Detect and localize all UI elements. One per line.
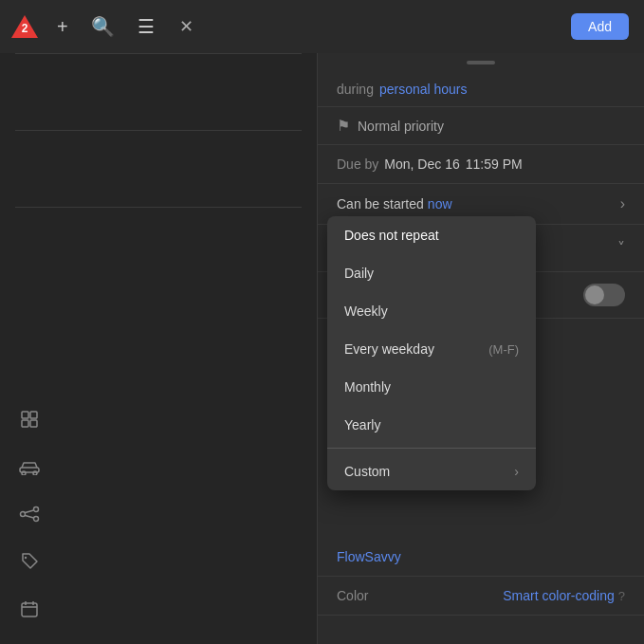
svg-rect-13	[22, 603, 37, 616]
add-button[interactable]: Add	[571, 13, 629, 40]
svg-rect-3	[30, 420, 37, 427]
sidebar-item-calendar[interactable]	[0, 585, 318, 633]
add-icon[interactable]: +	[53, 12, 72, 42]
svg-point-6	[33, 471, 37, 475]
repeat-dropdown: Does not repeat Daily Weekly Every weekd…	[327, 216, 536, 490]
due-row: Due by Mon, Dec 16 11:59 PM	[318, 145, 644, 184]
dropdown-item-daily[interactable]: Daily	[327, 254, 536, 292]
during-value[interactable]: personal hours	[379, 82, 468, 97]
close-icon[interactable]: ✕	[175, 12, 197, 41]
bottom-section: FlowSavvy Color Smart color-coding ?	[318, 538, 644, 616]
sidebar-item-share[interactable]	[0, 490, 318, 538]
chevron-right-icon: ›	[620, 195, 625, 212]
dropdown-label-does-not-repeat: Does not repeat	[344, 228, 439, 243]
color-row: Color Smart color-coding ?	[318, 577, 644, 616]
repeat-toggle[interactable]	[583, 284, 625, 306]
svg-point-9	[34, 517, 39, 522]
sidebar	[0, 53, 318, 644]
sidebar-item-car[interactable]	[0, 443, 318, 490]
svg-rect-0	[22, 412, 28, 418]
priority-label: Normal priority	[358, 119, 444, 134]
svg-line-10	[26, 510, 34, 513]
flowsavvy-label: FlowSavvy	[337, 549, 401, 564]
right-panel: during personal hours ⚑ Normal priority …	[318, 53, 644, 644]
top-bar: 2 + 🔍 ☰ ✕ Add	[0, 0, 644, 53]
sidebar-icons	[0, 384, 318, 644]
svg-point-7	[21, 512, 26, 517]
flag-icon: ⚑	[337, 117, 350, 135]
calendar-icon	[19, 598, 40, 619]
chevron-sub-icon: ›	[514, 464, 519, 479]
due-date[interactable]: Mon, Dec 16	[384, 156, 459, 172]
dropdown-item-weekly[interactable]: Weekly	[327, 292, 536, 330]
svg-point-8	[34, 507, 39, 512]
share-icon	[19, 504, 40, 524]
svg-rect-1	[30, 412, 37, 418]
during-row: during personal hours	[318, 72, 644, 107]
svg-rect-2	[22, 420, 28, 427]
dropdown-label-monthly: Monthly	[344, 379, 391, 395]
dropdown-label-custom: Custom	[344, 464, 390, 479]
menu-icon[interactable]: ☰	[134, 11, 158, 42]
dropdown-divider	[327, 448, 536, 449]
svg-point-5	[22, 471, 26, 475]
dropdown-item-yearly[interactable]: Yearly	[327, 406, 536, 444]
svg-point-12	[25, 557, 27, 559]
svg-line-11	[26, 516, 34, 519]
dropdown-item-monthly[interactable]: Monthly	[327, 368, 536, 406]
during-label: during	[337, 82, 374, 97]
sidebar-divider-1	[15, 53, 302, 54]
due-time[interactable]: 11:59 PM	[466, 156, 523, 172]
layout-icon	[19, 409, 40, 430]
toggle-knob	[585, 285, 604, 304]
color-value: Smart color-coding	[503, 588, 615, 603]
chevron-down-icon: ˅	[617, 239, 625, 257]
priority-row: ⚑ Normal priority	[318, 107, 644, 145]
drag-indicator	[318, 53, 644, 72]
tag-icon	[19, 551, 40, 572]
sidebar-divider-3	[15, 207, 302, 208]
dropdown-item-does-not-repeat[interactable]: Does not repeat	[327, 216, 536, 254]
sidebar-divider-2	[15, 130, 302, 131]
due-label: Due by	[337, 156, 378, 172]
dropdown-label-daily: Daily	[344, 266, 374, 281]
can-start-prefix: Can be started	[337, 196, 424, 212]
search-icon[interactable]: 🔍	[87, 11, 119, 42]
color-label: Color	[337, 588, 368, 603]
dropdown-label-every-weekday: Every weekday	[344, 341, 434, 357]
sidebar-item-tag[interactable]	[0, 538, 318, 585]
badge-count: 2	[22, 22, 28, 35]
notification-badge[interactable]: 2	[11, 13, 38, 40]
help-icon: ?	[618, 589, 625, 603]
dropdown-item-every-weekday[interactable]: Every weekday (M-F)	[327, 330, 536, 368]
car-icon	[19, 456, 40, 477]
can-start-value: now	[428, 196, 452, 212]
can-start-left: Can be started now	[337, 196, 452, 212]
dropdown-label-yearly: Yearly	[344, 417, 380, 432]
dropdown-label-weekly: Weekly	[344, 304, 388, 319]
dropdown-sub-weekday: (M-F)	[488, 342, 519, 357]
sidebar-item-layout[interactable]	[0, 396, 318, 443]
dropdown-item-custom[interactable]: Custom ›	[327, 452, 536, 490]
flowsavvy-row: FlowSavvy	[318, 538, 644, 577]
